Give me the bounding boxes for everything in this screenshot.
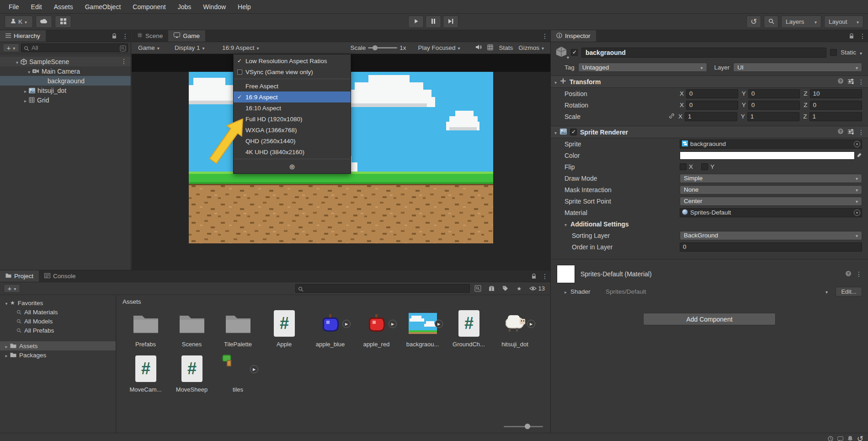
tab-hierarchy[interactable]: Hierarchy [0,30,46,42]
flip-y-checkbox[interactable] [701,163,708,170]
expand-subassets-icon[interactable] [250,365,258,373]
layer-dropdown[interactable]: UI [733,63,862,72]
sprite-object-field[interactable]: backgraound [680,140,862,149]
menu-help[interactable]: Help [232,0,257,14]
lock-icon[interactable] [109,30,120,42]
rotation-z-field[interactable] [810,101,862,110]
help-icon[interactable]: ? [837,128,844,136]
gameobject-name-field[interactable] [581,48,826,58]
menu-item-full-hd[interactable]: Full HD (1920x1080) [234,113,351,124]
foldout-closed-icon[interactable] [3,352,10,359]
position-z-input[interactable] [810,90,862,98]
material-object-field[interactable]: Sprites-Default [680,208,862,217]
menu-gameobject[interactable]: GameObject [79,0,127,14]
foldout-closed-icon[interactable] [22,87,29,94]
asset-item-backgraound[interactable]: backgraou... [399,309,446,348]
hierarchy-search-input[interactable] [21,44,128,51]
asset-item-scenes[interactable]: Scenes [169,309,215,348]
pause-button[interactable] [426,16,441,28]
tab-inspector[interactable]: Inspector [551,30,596,42]
scale-y-field[interactable] [747,112,800,121]
menu-item-16-9-aspect[interactable]: 16:9 Aspect [234,91,351,102]
order-in-layer-input[interactable] [680,243,862,251]
menu-item-free-aspect[interactable]: Free Aspect [234,81,351,91]
panel-menu-icon[interactable] [539,270,550,282]
layout-dropdown[interactable]: Layout [824,16,863,28]
foldout-open-icon[interactable] [564,220,567,228]
static-checkbox[interactable] [830,49,837,56]
asset-item-groundcheck-script[interactable]: # GroundCh... [446,309,492,348]
global-search-button[interactable] [764,16,778,28]
menu-item-wxga[interactable]: WXGA (1366x768) [234,124,351,135]
hidden-packages-toggle[interactable]: 13 [527,285,547,292]
thumbnail-zoom-slider[interactable] [504,424,543,429]
add-custom-resolution-button[interactable] [234,161,351,172]
asset-item-movesheep-script[interactable]: # MoveSheep [169,354,215,393]
foldout-closed-icon[interactable] [3,343,10,350]
add-component-button[interactable]: Add Component [643,313,776,325]
account-button[interactable]: K [5,16,33,28]
asset-item-tilepalette[interactable]: TilePalette [215,309,261,348]
play-focused-dropdown[interactable]: Play Focused [415,42,463,54]
asset-item-apple-red[interactable]: apple_red [353,309,399,348]
mute-audio-button[interactable] [473,42,485,54]
package-icon[interactable] [486,285,497,291]
expand-subassets-icon[interactable] [389,320,397,328]
expand-subassets-icon[interactable] [435,320,443,328]
zoom-slider-track[interactable] [504,426,543,427]
zoom-slider-knob[interactable] [525,424,530,429]
foldout-closed-icon[interactable] [564,288,567,295]
game-display-mode-dropdown[interactable]: Game [135,42,172,54]
transform-header[interactable]: Transform ? [551,75,868,88]
lock-icon[interactable] [846,30,857,42]
panel-menu-icon[interactable] [539,30,550,42]
order-in-layer-field[interactable] [680,242,862,252]
hierarchy-search[interactable] [21,43,128,52]
hierarchy-item-samplescene[interactable]: SampleScene [0,57,131,66]
asset-item-movecamera-script[interactable]: # MoveCam... [122,354,169,393]
stats-button[interactable]: Stats [496,42,516,54]
component-menu-icon[interactable] [858,78,864,86]
shader-edit-button[interactable]: Edit... [836,287,862,296]
scale-slider-knob[interactable] [373,45,378,50]
preset-icon[interactable] [848,129,854,136]
vsync-grid-button[interactable] [485,42,496,54]
search-picker-icon[interactable] [473,285,484,292]
tree-item-all-models[interactable]: All Models [0,317,116,326]
component-enabled-checkbox[interactable] [570,129,577,135]
layers-dropdown[interactable]: Layers [781,16,821,28]
project-search-input[interactable] [296,285,469,292]
tab-game[interactable]: Game [168,30,205,42]
gizmos-dropdown[interactable]: Gizmos [516,42,547,54]
asset-item-prefabs[interactable]: Prefabs [122,309,169,348]
message-icon[interactable] [837,436,843,441]
scale-x-input[interactable] [685,113,737,121]
hierarchy-item-grid[interactable]: Grid [0,95,131,105]
tree-item-assets[interactable]: Assets [0,341,116,350]
foldout-open-icon[interactable] [554,78,557,86]
label-tag-icon[interactable] [500,285,511,291]
tab-console[interactable]: Console [39,270,81,282]
panel-menu-icon[interactable] [857,30,868,42]
gameobject-name-input[interactable] [582,48,826,57]
component-menu-icon[interactable] [856,270,862,278]
scale-z-field[interactable] [809,112,862,121]
rotation-y-input[interactable] [749,101,800,109]
sprite-renderer-header[interactable]: Sprite Renderer ? [551,126,868,138]
menu-file[interactable]: File [3,0,25,14]
add-gameobject-button[interactable] [3,43,19,52]
menu-assets[interactable]: Assets [48,0,79,14]
scale-y-input[interactable] [748,113,799,121]
lock-icon[interactable] [528,270,539,282]
asset-item-tiles[interactable]: tiles [215,354,261,393]
tree-item-packages[interactable]: Packages [0,350,116,360]
favorites-star-icon[interactable] [514,285,525,292]
help-icon[interactable]: ? [845,270,852,278]
version-control-button[interactable] [55,16,71,28]
menu-item-4k-uhd[interactable]: 4K UHD (3840x2160) [234,146,351,157]
position-z-field[interactable] [810,89,862,98]
cloud-button[interactable] [36,16,52,28]
foldout-open-icon[interactable] [554,129,557,136]
gameobject-icon[interactable] [555,46,567,59]
position-y-input[interactable] [749,90,800,98]
